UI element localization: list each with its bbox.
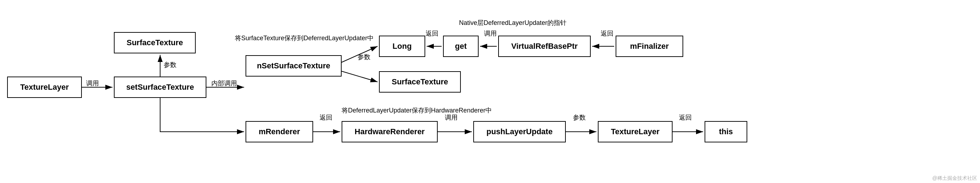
setsurfacetexture-box: setSurfaceTexture bbox=[114, 76, 207, 98]
pushlayerupdate-box: pushLayerUpdate bbox=[473, 121, 566, 142]
label-return2: 返回 bbox=[601, 29, 614, 38]
label-save-surfacetexture: 将SurfaceTexture保存到DeferredLayerUpdater中 bbox=[235, 34, 374, 42]
texturelayer-box: TextureLayer bbox=[7, 76, 82, 98]
label-param1: 参数 bbox=[164, 60, 177, 69]
hardwarerenderer-box: HardwareRenderer bbox=[342, 121, 438, 142]
diagram: TextureLayer setSurfaceTexture SurfaceTe… bbox=[0, 0, 980, 183]
svg-line-6 bbox=[342, 71, 377, 82]
nsetsurfacetexture-box: nSetSurfaceTexture bbox=[245, 55, 342, 76]
label-internal-call: 内部调用 bbox=[212, 79, 237, 88]
watermark: @稀土掘金技术社区 bbox=[932, 175, 977, 181]
long-box: Long bbox=[379, 36, 425, 57]
label-native-pointer: Native层DeferredLayerUpdater的指针 bbox=[459, 19, 566, 27]
label-return3: 返回 bbox=[320, 113, 332, 122]
surfacetexture-top-box: SurfaceTexture bbox=[114, 32, 196, 53]
surfacetexture-bot-box: SurfaceTexture bbox=[379, 71, 461, 92]
get-box: get bbox=[443, 36, 479, 57]
mrenderer-box: mRenderer bbox=[245, 121, 313, 142]
label-return1: 返回 bbox=[426, 29, 438, 38]
virtualrefbaseptr-box: VirtualRefBasePtr bbox=[498, 36, 591, 57]
label-param3: 参数 bbox=[573, 113, 586, 122]
label-param2: 参数 bbox=[358, 53, 371, 61]
label-return4: 返回 bbox=[679, 113, 692, 122]
label-invoke1: 调用 bbox=[86, 79, 99, 88]
label-save-deferred: 将DeferredLayerUpdater保存到HardwareRenderer… bbox=[342, 106, 492, 115]
mfinalizer-box: mFinalizer bbox=[616, 36, 683, 57]
this-box: this bbox=[705, 121, 747, 142]
texturelayer2-box: TextureLayer bbox=[598, 121, 673, 142]
label-call1: 调用 bbox=[484, 29, 497, 38]
